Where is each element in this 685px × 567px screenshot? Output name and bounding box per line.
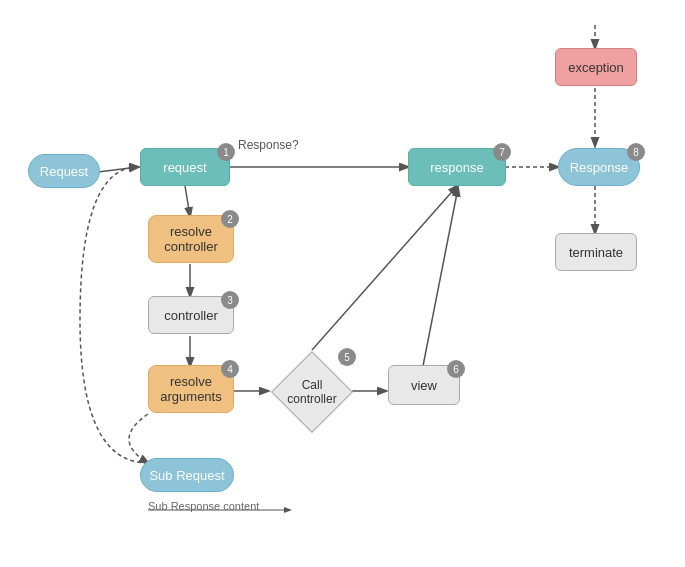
- svg-line-11: [423, 188, 458, 366]
- resolve-controller-node: resolve controller 2: [148, 215, 234, 263]
- resolve-arguments-node: resolve arguments 4: [148, 365, 234, 413]
- resolve-arguments-label: resolve arguments: [160, 374, 221, 404]
- terminate-node: terminate: [555, 233, 637, 271]
- request-label: request: [163, 160, 206, 175]
- response-out-label: Response: [570, 160, 629, 175]
- request-node: request 1: [140, 148, 230, 186]
- badge-5: 5: [338, 348, 356, 366]
- diagram: Request request 1 Response? response 7 R…: [0, 0, 685, 567]
- sub-response-content-label: Sub Response content: [148, 500, 259, 512]
- sub-request-label: Sub Request: [149, 468, 224, 483]
- response-out-node: Response 8: [558, 148, 640, 186]
- request-input-node: Request: [28, 154, 100, 188]
- svg-line-12: [312, 186, 457, 350]
- resolve-controller-label: resolve controller: [164, 224, 217, 254]
- response-node: response 7: [408, 148, 506, 186]
- controller-label: controller: [164, 308, 217, 323]
- badge-2: 2: [221, 210, 239, 228]
- response-label: response: [430, 160, 483, 175]
- badge-3: 3: [221, 291, 239, 309]
- exception-node: exception: [555, 48, 637, 86]
- badge-4: 4: [221, 360, 239, 378]
- svg-line-0: [98, 167, 138, 172]
- exception-label: exception: [568, 60, 624, 75]
- view-node: view 6: [388, 365, 460, 405]
- badge-6: 6: [447, 360, 465, 378]
- request-input-label: Request: [40, 164, 88, 179]
- call-controller-label: Call controller: [287, 378, 336, 406]
- controller-node: controller 3: [148, 296, 234, 334]
- svg-line-6: [185, 186, 190, 216]
- badge-8: 8: [627, 143, 645, 161]
- view-label: view: [411, 378, 437, 393]
- badge-1: 1: [217, 143, 235, 161]
- terminate-label: terminate: [569, 245, 623, 260]
- response-question-label: Response?: [238, 138, 299, 152]
- call-controller-node: Call controller 5: [272, 352, 352, 432]
- badge-7: 7: [493, 143, 511, 161]
- sub-request-node: Sub Request: [140, 458, 234, 492]
